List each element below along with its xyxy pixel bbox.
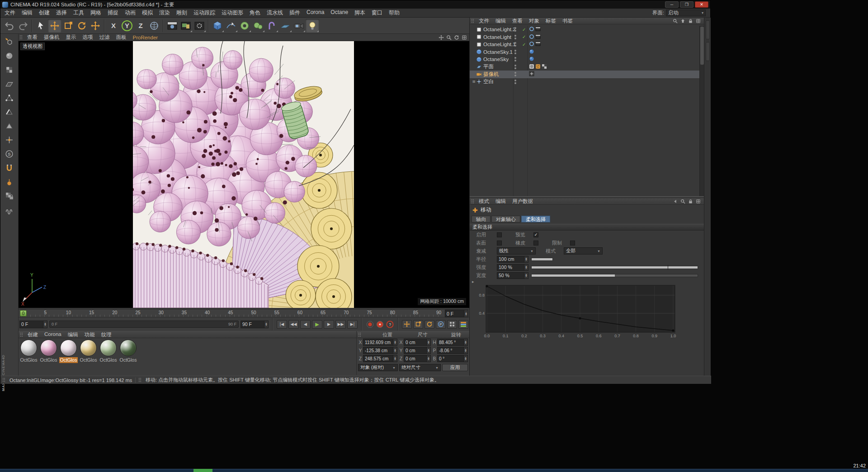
add-camera-button[interactable] [292, 19, 306, 33]
prev-frame-button[interactable]: ◀ [300, 320, 311, 329]
material-item[interactable]: OctGlos [39, 340, 58, 363]
curve-expander[interactable]: ▸ [470, 279, 704, 284]
quantize[interactable] [3, 175, 16, 188]
add-generator-button[interactable] [238, 19, 251, 33]
surface-checkbox[interactable] [497, 241, 502, 245]
material-item[interactable]: OctGlos [119, 340, 137, 363]
viewport-solo[interactable]: S [3, 147, 16, 160]
width-slider[interactable] [531, 274, 698, 277]
y-axis-lock[interactable]: Y [120, 19, 134, 33]
grid-icon[interactable] [695, 18, 701, 24]
radius-slider[interactable] [531, 258, 553, 261]
strength-slider[interactable] [531, 266, 698, 269]
visibility-dots[interactable] [514, 35, 516, 39]
apply-button[interactable]: 应用 [442, 364, 468, 371]
film-tag-icon[interactable] [535, 34, 541, 40]
menubar-item-Octane[interactable]: Octane [327, 9, 351, 17]
viewport-menu-过滤[interactable]: 过滤 [96, 34, 113, 41]
material-menu-Corona[interactable]: Corona [41, 331, 65, 338]
object-manager-menu-书签[interactable]: 书签 [559, 18, 576, 24]
material-menu-纹理[interactable]: 纹理 [98, 331, 115, 338]
interface-dropdown[interactable]: 启动▾ [666, 9, 706, 16]
menubar-item-模拟[interactable]: 模拟 [139, 9, 156, 17]
make-editable[interactable] [3, 35, 16, 48]
material-item[interactable]: OctGlos [99, 340, 118, 363]
menubar-item-选择[interactable]: 选择 [53, 9, 70, 17]
ring-tag-icon[interactable] [529, 41, 534, 47]
enabled-check-icon[interactable]: ✓ [522, 42, 526, 47]
viewport-menu-显示[interactable]: 显示 [63, 34, 80, 41]
attribute-menu-模式[interactable]: 模式 [476, 198, 492, 205]
timeline-window-button[interactable] [458, 320, 468, 329]
workplane-lock[interactable] [3, 189, 16, 202]
next-frame-button[interactable]: ▶ [324, 320, 334, 329]
visibility-dots[interactable] [514, 50, 516, 54]
add-spline-button[interactable] [224, 19, 238, 33]
taskbar-sliver[interactable] [0, 469, 868, 472]
bluesphere-tag-icon[interactable] [529, 49, 534, 55]
viewport-menu-选项[interactable]: 选项 [80, 34, 96, 41]
menubar-item-窗口[interactable]: 窗口 [368, 9, 386, 17]
add-deformer-button[interactable] [265, 19, 278, 33]
width-field[interactable]: 50 %▲▼ [497, 272, 528, 279]
menubar-item-流水线[interactable]: 流水线 [264, 9, 286, 17]
stepper-icon[interactable]: ▲▼ [463, 355, 467, 362]
stepper-icon[interactable]: ▲▼ [393, 347, 397, 354]
strength-field[interactable]: 100 %▲▼ [497, 264, 528, 271]
visibility-dots[interactable] [514, 42, 516, 47]
grid-icon[interactable] [695, 198, 701, 204]
attribute-menu-编辑[interactable]: 编辑 [492, 198, 509, 205]
scrollbar-thumb[interactable] [700, 27, 704, 65]
size-y-field[interactable]: 0 cm▲▼ [404, 347, 431, 354]
add-primitive-button[interactable] [211, 19, 224, 33]
z-axis-lock[interactable]: Z [134, 19, 147, 33]
stepper-icon[interactable]: ▲▼ [43, 321, 47, 328]
rotation-b-field[interactable]: 0 °▲▼ [437, 355, 468, 362]
menubar-item-渲染[interactable]: 渲染 [156, 9, 173, 17]
film-tag-icon[interactable] [535, 26, 541, 33]
live-selection-tool[interactable] [34, 19, 48, 33]
bluesphere-tag-icon[interactable] [529, 56, 534, 62]
object-name[interactable]: OctaneLight.2 [483, 27, 516, 32]
next-key-button[interactable]: ▶▶ [335, 320, 346, 329]
orbit-icon[interactable] [453, 34, 460, 40]
falloff-dropdown[interactable]: 线性▼ [497, 247, 536, 255]
up-icon[interactable] [679, 18, 686, 24]
material-item[interactable]: OctGlos [19, 340, 38, 363]
object-name[interactable]: 空白 [483, 78, 494, 85]
menubar-item-雕刻[interactable]: 雕刻 [173, 9, 190, 17]
viewport-menu-摄像机[interactable]: 摄像机 [41, 34, 63, 41]
panel-grip[interactable] [19, 35, 23, 40]
snap-toggle[interactable] [3, 161, 16, 174]
object-manager-menu-文件[interactable]: 文件 [476, 18, 492, 24]
enabled-check-icon[interactable]: ✓ [522, 34, 526, 39]
menubar-item-运动图形[interactable]: 运动图形 [218, 9, 246, 17]
stepper-icon[interactable]: ▲▼ [524, 256, 528, 262]
coordinate-mode-dropdown[interactable]: 对象 (相对)▼ [358, 364, 398, 371]
back-icon[interactable] [672, 198, 678, 204]
menubar-item-插件[interactable]: 插件 [286, 9, 303, 17]
panel-grip[interactable] [471, 199, 474, 204]
enabled-check-icon[interactable]: ✓ [522, 27, 526, 32]
visibility-dots[interactable] [514, 65, 516, 69]
menubar-item-Corona[interactable]: Corona [303, 9, 327, 17]
key-rotation-button[interactable] [425, 320, 434, 329]
lock-icon[interactable] [687, 198, 693, 204]
section-header[interactable]: 柔和选择 [470, 224, 704, 231]
menubar-item-动画[interactable]: 动画 [122, 9, 139, 17]
object-row-OctaneLight.1[interactable]: OctaneLight.1✓ [470, 41, 699, 48]
tab-对象轴心[interactable]: 对象轴心 [491, 216, 520, 222]
panel-grip[interactable] [471, 19, 474, 24]
titlebar[interactable]: CINEMA 4D R19.024 Studio (RC - R19) - [5… [0, 0, 710, 9]
maximize-view-icon[interactable] [461, 34, 467, 40]
current-frame-marker[interactable]: 0 [20, 310, 27, 316]
record-options-button[interactable]: ? [386, 320, 394, 328]
viewport-menu-面板[interactable]: 面板 [113, 34, 130, 41]
enable-checkbox[interactable] [497, 232, 502, 237]
redo-button[interactable] [16, 19, 30, 33]
size-x-field[interactable]: 0 cm▲▼ [404, 339, 431, 346]
dock-tab[interactable] [706, 42, 710, 61]
menubar-item-创建[interactable]: 创建 [36, 9, 53, 17]
viewport[interactable]: YZX 透视视图 网格间距 : 10000 cm [19, 41, 469, 308]
visibility-dots[interactable] [514, 72, 516, 76]
